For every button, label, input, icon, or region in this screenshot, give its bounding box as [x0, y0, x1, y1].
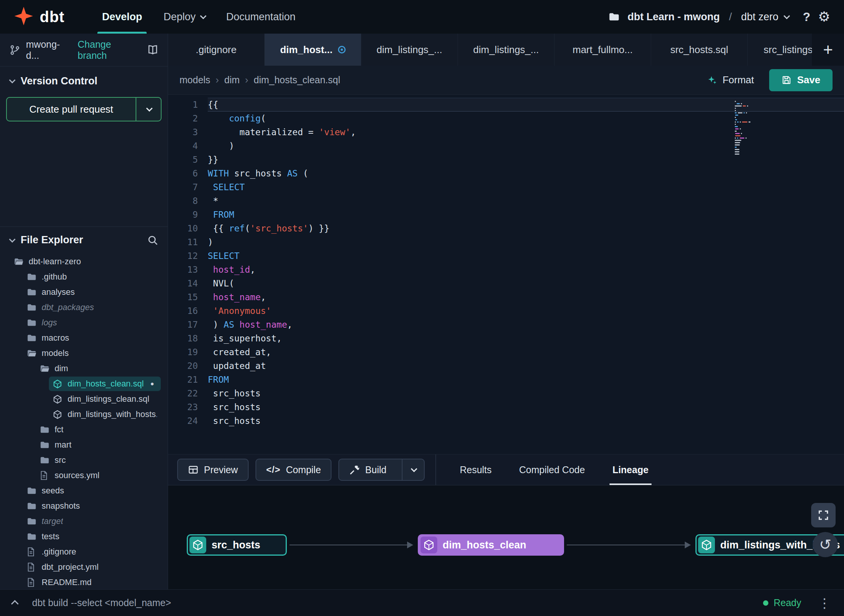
model-icon — [53, 394, 63, 404]
file-icon — [40, 470, 50, 480]
result-tabs: ResultsCompiled CodeLineage — [446, 454, 662, 485]
tree-item-dim_listings_clean.sql[interactable]: dim_listings_clean.sql — [0, 391, 168, 407]
tree-item-fct[interactable]: fct — [0, 422, 168, 437]
tree-item-dim[interactable]: dim — [0, 361, 168, 376]
file-tab-dim_host...[interactable]: dim_host... — [265, 34, 361, 66]
lineage-node-src_hosts[interactable]: src_hosts — [187, 534, 287, 556]
tree-item-label: macros — [42, 333, 69, 343]
line-numbers: 123456789101112131415161718192021222324 — [168, 98, 208, 454]
fullscreen-icon[interactable] — [811, 503, 836, 527]
tab-compiled-code[interactable]: Compiled Code — [505, 454, 598, 485]
tab-results[interactable]: Results — [446, 454, 505, 485]
tree-item-mart[interactable]: mart — [0, 437, 168, 453]
folder-icon — [27, 502, 37, 510]
tree-item-label: README.md — [42, 577, 92, 587]
brand-name: dbt — [40, 8, 65, 26]
format-button[interactable]: Format — [707, 74, 754, 86]
kebab-menu-icon[interactable]: ⋮ — [818, 595, 831, 611]
tree-item-dbt-learn-zero[interactable]: dbt-learn-zero — [0, 254, 168, 269]
file-tab-src_hosts.sql[interactable]: src_hosts.sql — [651, 34, 748, 66]
lineage-panel: src_hostsdim_hosts_cleandim_listings_wit… — [168, 485, 844, 589]
tab-label: src_listings.sql — [763, 44, 812, 56]
tree-item-label: dim — [55, 364, 68, 373]
command-hint: dbt build --select <model_name> — [32, 597, 171, 608]
tree-item-README.md[interactable]: README.md — [0, 575, 168, 589]
tree-item-label: fct — [55, 425, 63, 435]
build-main[interactable]: Build — [339, 459, 396, 480]
tree-item-.github[interactable]: .github — [0, 269, 168, 285]
tree-item-sources.yml[interactable]: sources.yml — [0, 468, 168, 483]
build-dropdown-caret[interactable] — [402, 459, 424, 480]
brand[interactable]: dbt — [14, 6, 65, 27]
code-line: src_hosts — [208, 400, 844, 414]
file-tab-.gitignore[interactable]: .gitignore — [168, 34, 265, 66]
code-line: updated_at — [208, 359, 844, 373]
new-tab-button[interactable]: + — [812, 34, 844, 66]
compile-button[interactable]: </> Compile — [255, 459, 331, 481]
nav-develop[interactable]: Develop — [91, 0, 153, 34]
nav-deploy[interactable]: Deploy — [153, 0, 215, 34]
reset-view-icon[interactable]: ↺ — [813, 532, 838, 557]
save-button[interactable]: Save — [769, 69, 833, 91]
navbar-right: dbt Learn - mwong / dbt zero ? ⚙ — [608, 9, 830, 25]
environment-select[interactable]: dbt zero — [741, 11, 789, 23]
tree-item-.gitignore[interactable]: .gitignore — [0, 544, 168, 559]
open-file-tabs: .gitignoredim_host...dim_listings_...dim… — [168, 34, 812, 66]
code-line: ) AS host_name, — [208, 318, 844, 331]
tree-item-label: .github — [42, 272, 67, 282]
tree-item-dim_listings_with_hosts...[interactable]: dim_listings_with_hosts... — [0, 407, 168, 422]
search-icon[interactable] — [147, 234, 158, 246]
tree-item-src[interactable]: src — [0, 453, 168, 468]
tree-item-dim_hosts_clean.sql[interactable]: dim_hosts_clean.sql• — [0, 376, 168, 391]
project-name[interactable]: dbt Learn - mwong — [627, 11, 720, 23]
expand-console-icon[interactable] — [13, 600, 18, 606]
lineage-edge — [289, 545, 412, 545]
build-button[interactable]: Build — [338, 459, 425, 481]
sidebar: mwong-d... Change branch Version Control… — [0, 34, 168, 589]
breadcrumb-item[interactable]: models — [179, 74, 210, 86]
tree-item-models[interactable]: models — [0, 346, 168, 361]
create-pull-request-button[interactable]: Create pull request — [6, 97, 162, 121]
version-control-header[interactable]: Version Control — [0, 66, 168, 95]
lineage-node-dim_hosts_clean[interactable]: dim_hosts_clean — [418, 534, 564, 556]
folder-icon — [40, 456, 50, 464]
help-icon[interactable]: ? — [803, 10, 810, 24]
file-explorer-header[interactable]: File Explorer — [0, 226, 168, 253]
breadcrumb: models›dim›dim_hosts_clean.sql — [179, 74, 340, 86]
tree-item-macros[interactable]: macros — [0, 330, 168, 346]
build-hammer-icon — [349, 464, 360, 475]
preview-button[interactable]: Preview — [177, 459, 249, 481]
create-pull-request-label[interactable]: Create pull request — [7, 98, 136, 121]
tree-item-snapshots[interactable]: snapshots — [0, 498, 168, 514]
settings-gear-icon[interactable]: ⚙ — [818, 9, 830, 25]
file-tab-dim_listings_...[interactable]: dim_listings_... — [361, 34, 458, 66]
modified-dot-icon: • — [150, 378, 157, 390]
folder-open-icon — [14, 257, 24, 266]
tree-item-tests[interactable]: tests — [0, 529, 168, 544]
change-branch-link[interactable]: Change branch — [78, 39, 142, 61]
breadcrumb-item[interactable]: dim_hosts_clean.sql — [254, 74, 340, 86]
code-line: NVL( — [208, 276, 844, 290]
code-editor[interactable]: 123456789101112131415161718192021222324 … — [168, 95, 844, 454]
breadcrumb-item[interactable]: dim — [224, 74, 239, 86]
tree-item-label: models — [42, 348, 69, 358]
file-tab-dim_listings_...[interactable]: dim_listings_... — [458, 34, 555, 66]
code-line: FROM — [208, 373, 844, 386]
tree-item-dbt_project.yml[interactable]: dbt_project.yml — [0, 559, 168, 575]
model-icon — [53, 379, 63, 389]
tab-label: src_hosts.sql — [670, 44, 728, 56]
minimap[interactable] — [735, 100, 784, 155]
tree-item-analyses[interactable]: analyses — [0, 285, 168, 300]
pr-dropdown-caret[interactable] — [136, 98, 161, 121]
tree-item-target[interactable]: target — [0, 514, 168, 529]
lineage-edge — [567, 545, 690, 545]
tab-lineage[interactable]: Lineage — [599, 454, 662, 485]
file-tab-src_listings.sql[interactable]: src_listings.sql — [748, 34, 812, 66]
tree-item-logs[interactable]: logs — [0, 315, 168, 330]
docs-book-icon[interactable] — [147, 44, 158, 56]
tree-item-dbt_packages[interactable]: dbt_packages — [0, 300, 168, 315]
nav-documentation[interactable]: Documentation — [215, 0, 306, 34]
tree-item-seeds[interactable]: seeds — [0, 483, 168, 498]
file-tab-mart_fullmo...[interactable]: mart_fullmo... — [555, 34, 651, 66]
code-line: src_hosts — [208, 386, 844, 400]
